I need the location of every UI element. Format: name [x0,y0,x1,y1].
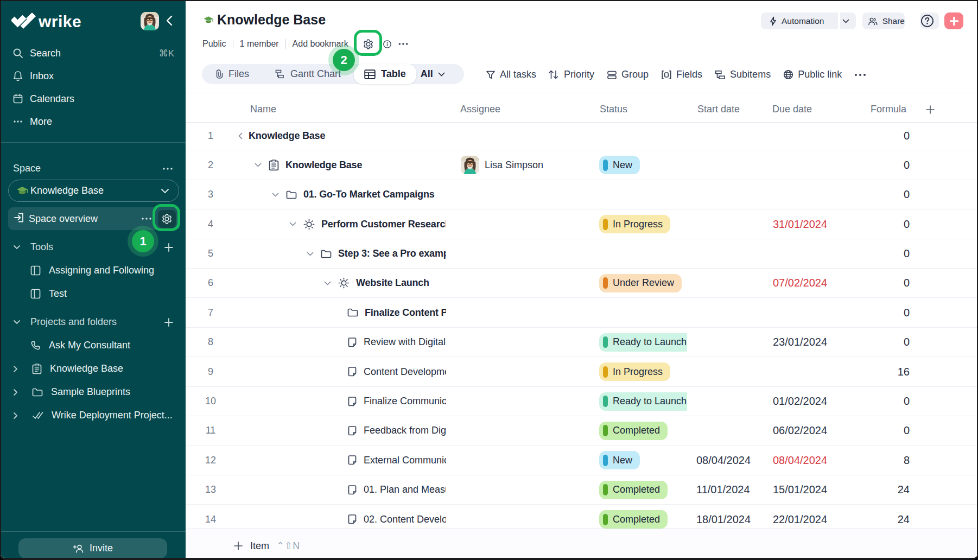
svg-text:wrike: wrike [38,12,81,30]
